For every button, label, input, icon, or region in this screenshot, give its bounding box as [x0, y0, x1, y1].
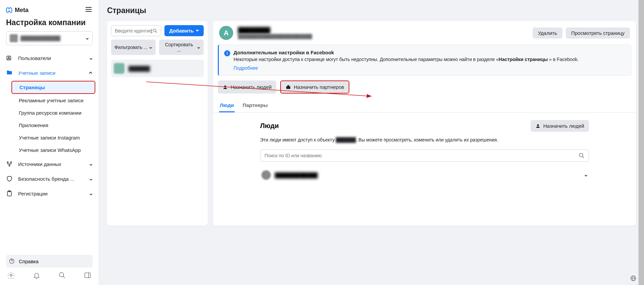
- nav-ad-accounts[interactable]: Рекламные учетные записи: [11, 95, 95, 106]
- chevron-down-icon: [148, 45, 152, 50]
- pages-list-panel: Добавить Фильтровать ... Сортировать ...…: [107, 21, 208, 226]
- search-icon: [58, 272, 66, 279]
- scroll-thumb[interactable]: [639, 0, 644, 285]
- detail-avatar: А: [219, 26, 233, 40]
- nav-pages[interactable]: Страницы: [11, 81, 95, 94]
- svg-line-13: [63, 276, 65, 278]
- layout-icon: [84, 272, 91, 279]
- sidebar-footer: Справка: [0, 251, 99, 285]
- assign-people-button-2[interactable]: Назначить людей: [531, 120, 589, 132]
- clipboard-icon: [6, 190, 14, 197]
- nav-data-sources[interactable]: Источники данных: [3, 157, 95, 171]
- nav-apps[interactable]: Приложения: [11, 119, 95, 131]
- hamburger-icon: [85, 5, 93, 13]
- page-item-name: ██████: [129, 66, 150, 71]
- company-name: ████████████: [20, 36, 60, 41]
- assign-partners-button[interactable]: Назначить партнеров: [280, 80, 349, 94]
- info-content: Дополнительные настройки в Facebook Неко…: [234, 50, 579, 71]
- info-learn-more-link[interactable]: Подробнее: [234, 65, 258, 71]
- svg-point-20: [537, 124, 539, 126]
- page-avatar: [114, 63, 125, 74]
- search-add-row: Добавить: [111, 25, 204, 36]
- search-button[interactable]: [58, 272, 66, 280]
- nav-accounts-label: Учетные записи: [18, 70, 55, 76]
- caret-down-icon: [196, 30, 199, 32]
- gear-icon: [7, 272, 15, 279]
- help-label: Справка: [19, 259, 39, 264]
- person-add-icon: [222, 84, 228, 90]
- nav-reg-label: Регистрации: [18, 191, 48, 196]
- svg-point-11: [10, 274, 12, 276]
- search-icon: [579, 153, 585, 159]
- nav-data-label: Источники данных: [18, 161, 61, 167]
- people-search-input[interactable]: [264, 153, 579, 158]
- people-list-item[interactable]: ████████████: [260, 168, 589, 182]
- view-page-button[interactable]: Просмотреть страницу: [566, 27, 630, 39]
- nav-users[interactable]: Пользователи: [3, 51, 95, 65]
- nav-brand-safety[interactable]: Безопасность бренда ...: [3, 171, 95, 186]
- svg-point-16: [153, 29, 156, 32]
- shield-icon: [6, 175, 14, 182]
- svg-point-7: [9, 165, 10, 166]
- chevron-up-icon: [89, 70, 93, 76]
- svg-rect-19: [286, 86, 290, 89]
- company-selector[interactable]: ████████████: [6, 31, 93, 45]
- layout-button[interactable]: [84, 272, 91, 280]
- people-search[interactable]: [260, 150, 589, 162]
- tab-people[interactable]: Люди: [219, 99, 235, 112]
- sidebar-header: Meta Настройка компании ████████████: [0, 0, 99, 48]
- svg-point-18: [224, 85, 226, 87]
- svg-point-12: [59, 273, 64, 277]
- nav-resource-group[interactable]: Группа ресурсов компании: [11, 107, 95, 119]
- tabs: Люди Партнеры: [213, 99, 636, 113]
- person-add-icon: [535, 123, 541, 129]
- people-desc: Эти люди имеют доступ к объекту ██████. …: [260, 136, 589, 144]
- detail-sub: ████████████████████████: [238, 34, 528, 39]
- svg-point-21: [579, 153, 583, 157]
- page-list-item[interactable]: ██████: [111, 60, 204, 77]
- add-button[interactable]: Добавить: [164, 25, 204, 36]
- hamburger-menu-button[interactable]: [85, 5, 93, 15]
- nav-whatsapp[interactable]: Учетные записи WhatsApp: [11, 144, 95, 156]
- nav-accounts[interactable]: Учетные записи: [3, 65, 95, 80]
- filter-button[interactable]: Фильтровать ...: [111, 40, 156, 55]
- globe-icon[interactable]: [630, 275, 637, 282]
- nav-brand-label: Безопасность бренда ...: [18, 176, 74, 182]
- scrollbar[interactable]: [638, 0, 644, 285]
- main: Страницы Добавить Фильтровать ... Сортир…: [99, 0, 644, 285]
- nav-list: Пользователи Учетные записи Страницы Рек…: [0, 48, 99, 251]
- svg-point-6: [10, 162, 11, 163]
- data-sources-icon: [6, 161, 14, 167]
- meta-logo[interactable]: Meta: [6, 6, 29, 14]
- detail-header: А ████████ ████████████████████████ Удал…: [213, 21, 636, 45]
- tab-partners[interactable]: Партнеры: [242, 99, 268, 112]
- detail-actions: Удалить Просмотреть страницу: [533, 27, 630, 39]
- page-title: Страницы: [107, 6, 636, 15]
- sidebar: Meta Настройка компании ████████████ Пол…: [0, 0, 99, 285]
- nav-registrations[interactable]: Регистрации: [3, 186, 95, 201]
- person-avatar: [261, 170, 271, 180]
- notifications-button[interactable]: [33, 272, 40, 280]
- svg-rect-14: [85, 273, 91, 278]
- nav-instagram[interactable]: Учетные записи Instagram: [11, 132, 95, 144]
- chevron-down-icon: [196, 45, 200, 50]
- people-head: Люди Назначить людей: [260, 120, 589, 132]
- sidebar-title: Настройка компании: [6, 18, 93, 27]
- chevron-down-icon: [88, 191, 93, 196]
- chevron-down-icon: [84, 35, 89, 41]
- info-banner: i Дополнительные настройки в Facebook Не…: [218, 45, 631, 76]
- assign-people-button[interactable]: Назначить людей: [218, 80, 276, 94]
- filter-row: Фильтровать ... Сортировать ...: [111, 40, 204, 55]
- search-icon: [153, 28, 157, 34]
- search-box[interactable]: [111, 25, 161, 36]
- delete-button[interactable]: Удалить: [533, 27, 562, 39]
- sort-button[interactable]: Сортировать ...: [159, 40, 204, 55]
- settings-button[interactable]: [7, 272, 15, 280]
- footer-icons: [6, 272, 93, 280]
- help-button[interactable]: Справка: [6, 255, 93, 268]
- page-detail-panel: А ████████ ████████████████████████ Удал…: [213, 21, 636, 226]
- chevron-down-icon: [583, 172, 588, 178]
- detail-head-text: ████████ ████████████████████████: [238, 27, 528, 39]
- search-input[interactable]: [115, 28, 153, 34]
- chevron-down-icon: [88, 55, 93, 61]
